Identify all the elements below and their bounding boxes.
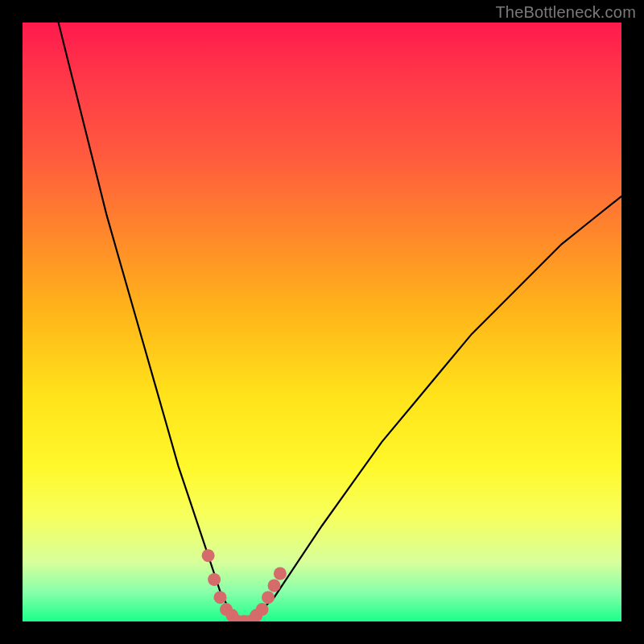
marker-dot (208, 573, 221, 586)
marker-dot (262, 591, 275, 604)
chart-svg (23, 23, 621, 621)
marker-dot (214, 591, 227, 604)
bottleneck-curve (59, 23, 621, 621)
highlighted-points (202, 549, 287, 621)
chart-frame: TheBottleneck.com (0, 0, 644, 644)
watermark-text: TheBottleneck.com (495, 3, 636, 22)
marker-dot (202, 549, 215, 562)
marker-dot (268, 579, 281, 592)
marker-dot (274, 568, 287, 580)
marker-dot (256, 603, 269, 616)
